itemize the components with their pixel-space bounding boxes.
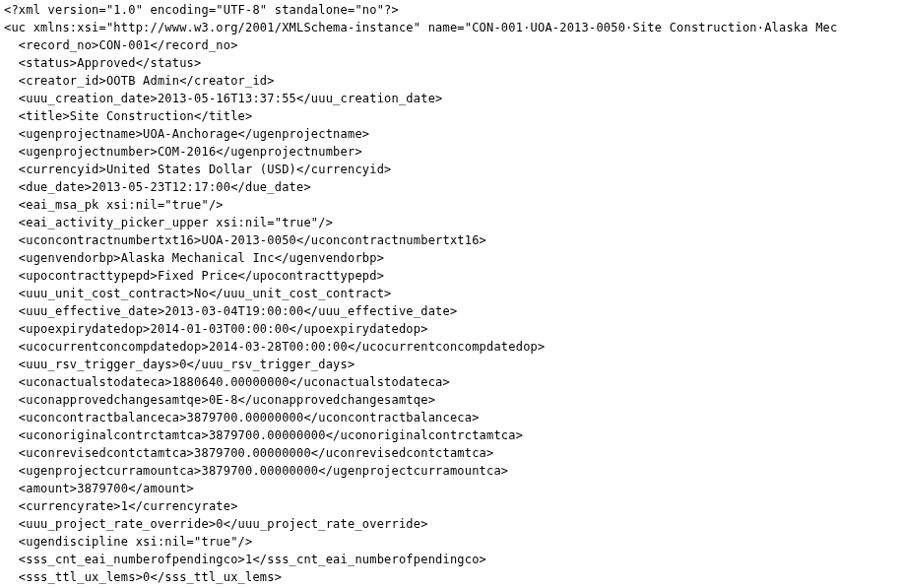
xml-source-view: <?xml version="1.0" encoding="UTF-8" sta… (0, 0, 903, 588)
xml-code: <?xml version="1.0" encoding="UTF-8" sta… (4, 3, 837, 584)
